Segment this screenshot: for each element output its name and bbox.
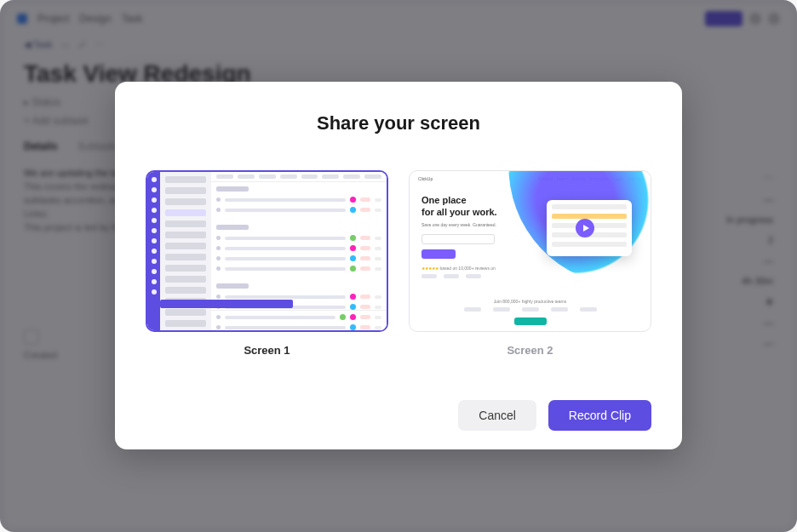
share-screen-dialog: Share your screen [115,82,682,449]
modal-overlay: Share your screen [0,0,797,532]
screen-options: Screen 1 ClickUp Product Learn Pricing E… [146,170,651,357]
screen-option-2[interactable]: ClickUp Product Learn Pricing Enterprise… [409,170,651,332]
cancel-button[interactable]: Cancel [458,400,536,431]
play-icon [576,219,594,237]
dialog-footer: Cancel Record Clip [146,381,651,431]
thumb2-footer: Join 800,000+ highly productive teams [410,299,651,326]
screen-1-label: Screen 1 [244,344,290,357]
dialog-title: Share your screen [146,112,651,134]
record-clip-button[interactable]: Record Clip [548,400,651,431]
thumb2-hero: One place for all your work. Save one da… [421,195,497,278]
screen-option-1[interactable] [146,170,388,332]
screen-2-label: Screen 2 [507,344,553,357]
